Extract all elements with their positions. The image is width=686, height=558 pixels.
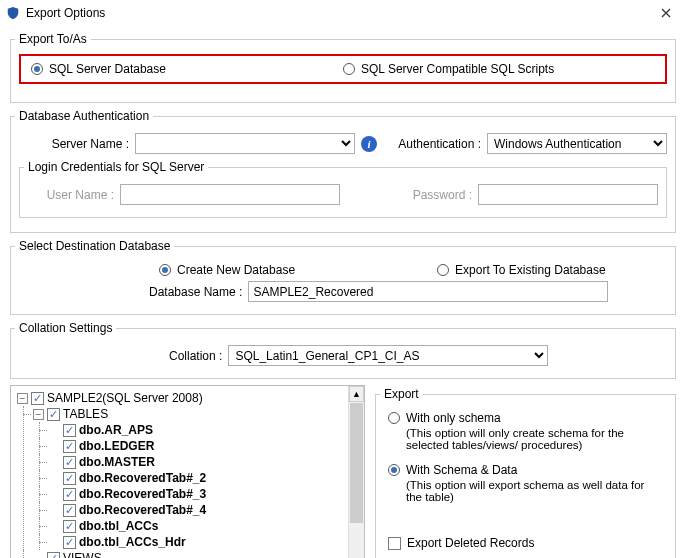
tree-check-tables[interactable]	[47, 408, 60, 421]
radio-sql-server-db[interactable]	[31, 63, 43, 75]
tree-table-label: dbo.tbl_ACCs	[79, 518, 158, 534]
export-mode-highlight: SQL Server Database SQL Server Compatibl…	[19, 54, 667, 84]
tree-check-table[interactable]	[63, 488, 76, 501]
tree-root-label: SAMPLE2(SQL Server 2008)	[47, 390, 203, 406]
password-label: Password :	[392, 188, 472, 202]
tree-scrollbar[interactable]: ▲ ▼	[348, 386, 364, 558]
server-name-select[interactable]	[135, 133, 355, 154]
scroll-up-icon[interactable]: ▲	[349, 386, 364, 402]
radio-export-existing-db[interactable]	[437, 264, 449, 276]
tree-table-label: dbo.MASTER	[79, 454, 155, 470]
tree-table-label: dbo.tbl_ACCs_Hdr	[79, 534, 186, 550]
tree-check-views[interactable]	[47, 552, 60, 559]
radio-create-new-db[interactable]	[159, 264, 171, 276]
object-tree[interactable]: − SAMPLE2(SQL Server 2008) − TABLES	[10, 385, 365, 558]
radio-only-schema[interactable]	[388, 412, 400, 424]
collation-group: Collation Settings Collation : SQL_Latin…	[10, 321, 676, 379]
checkbox-export-deleted[interactable]	[388, 537, 401, 550]
tree-check-table[interactable]	[63, 520, 76, 533]
tree-check-table[interactable]	[63, 536, 76, 549]
scroll-thumb[interactable]	[350, 403, 363, 523]
database-name-input[interactable]	[248, 281, 608, 302]
tree-check-table[interactable]	[63, 472, 76, 485]
database-auth-group: Database Authentication Server Name : i …	[10, 109, 676, 233]
tree-toggle-tables[interactable]: −	[33, 409, 44, 420]
hint-only-schema: (This option will only create schema for…	[406, 427, 663, 451]
tree-table-label: dbo.LEDGER	[79, 438, 154, 454]
export-options-legend: Export	[380, 387, 423, 401]
database-auth-legend: Database Authentication	[15, 109, 153, 123]
login-credentials-legend: Login Credentials for SQL Server	[24, 160, 208, 174]
password-input	[478, 184, 658, 205]
collation-select[interactable]: SQL_Latin1_General_CP1_CI_AS	[228, 345, 548, 366]
radio-schema-data-label: With Schema & Data	[406, 463, 517, 477]
export-options-group: Export With only schema (This option wil…	[375, 387, 676, 558]
collation-label: Collation :	[169, 349, 222, 363]
authentication-select[interactable]: Windows Authentication	[487, 133, 667, 154]
radio-create-new-db-label: Create New Database	[177, 263, 295, 277]
tree-check-table[interactable]	[63, 504, 76, 517]
checkbox-export-deleted-label: Export Deleted Records	[407, 536, 534, 550]
radio-only-schema-label: With only schema	[406, 411, 501, 425]
server-name-label: Server Name :	[19, 137, 129, 151]
export-to-as-legend: Export To/As	[15, 32, 91, 46]
radio-export-existing-db-label: Export To Existing Database	[455, 263, 606, 277]
radio-schema-data[interactable]	[388, 464, 400, 476]
username-label: User Name :	[28, 188, 114, 202]
window-title: Export Options	[26, 6, 652, 20]
login-credentials-group: Login Credentials for SQL Server User Na…	[19, 160, 667, 218]
radio-sql-scripts[interactable]	[343, 63, 355, 75]
tree-tables-label: TABLES	[63, 406, 108, 422]
hint-schema-data: (This option will export schema as well …	[406, 479, 663, 503]
tree-check-table[interactable]	[63, 424, 76, 437]
tree-table-label: dbo.RecoveredTab#_3	[79, 486, 206, 502]
radio-sql-server-db-label: SQL Server Database	[49, 62, 166, 76]
export-to-as-group: Export To/As SQL Server Database SQL Ser…	[10, 32, 676, 103]
database-name-label: Database Name :	[149, 285, 242, 299]
window-close-button[interactable]	[652, 3, 680, 23]
destination-db-legend: Select Destination Database	[15, 239, 174, 253]
authentication-label: Authentication :	[398, 137, 481, 151]
tree-table-label: dbo.RecoveredTab#_2	[79, 470, 206, 486]
tree-toggle-root[interactable]: −	[17, 393, 28, 404]
tree-check-table[interactable]	[63, 440, 76, 453]
tree-table-label: dbo.RecoveredTab#_4	[79, 502, 206, 518]
username-input	[120, 184, 340, 205]
collation-legend: Collation Settings	[15, 321, 116, 335]
radio-sql-scripts-label: SQL Server Compatible SQL Scripts	[361, 62, 554, 76]
tree-views-label: VIEWS	[63, 550, 102, 558]
info-icon[interactable]: i	[361, 136, 377, 152]
close-icon	[661, 8, 671, 18]
tree-check-table[interactable]	[63, 456, 76, 469]
destination-db-group: Select Destination Database Create New D…	[10, 239, 676, 315]
tree-check-root[interactable]	[31, 392, 44, 405]
app-shield-icon	[6, 6, 20, 20]
tree-table-label: dbo.AR_APS	[79, 422, 153, 438]
